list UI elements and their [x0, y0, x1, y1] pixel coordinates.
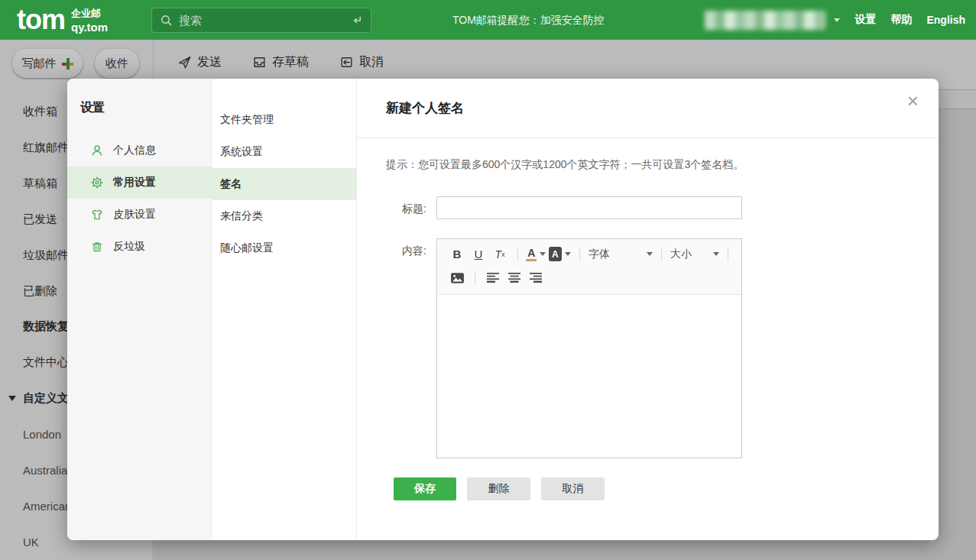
caret-down-icon [540, 252, 546, 256]
app: tom 企业邮 qy.tom TOM邮箱提醒您：加强安全防控 设置 帮助 Eng… [0, 0, 976, 560]
subnav-mail-classification[interactable]: 来信分类 [212, 200, 356, 232]
signature-title-input[interactable] [436, 196, 742, 219]
caret-down-icon [713, 252, 719, 256]
cancel-button[interactable]: 取消 [541, 477, 605, 500]
align-left-icon[interactable] [484, 269, 502, 287]
subnav-signature[interactable]: 签名 [212, 168, 356, 200]
gear-icon [90, 176, 104, 189]
save-button[interactable]: 保存 [394, 477, 456, 500]
clear-format-icon[interactable]: Tx [491, 245, 509, 264]
account-label[interactable] [705, 11, 825, 30]
signature-form: 标题: 内容: B U Tx A [357, 196, 939, 458]
settings-subnav-panel: 文件夹管理 系统设置 签名 来信分类 随心邮设置 [212, 79, 357, 540]
close-icon[interactable]: × [907, 91, 919, 111]
search-box[interactable] [151, 8, 371, 33]
user-icon [90, 144, 104, 157]
image-icon[interactable] [448, 269, 466, 287]
logo-text: tom [17, 3, 65, 37]
signature-panel: 新建个人签名 × 提示：您可设置最多600个汉字或1200个英文字符；一共可设置… [357, 79, 939, 540]
font-select[interactable]: 字体 [589, 248, 653, 261]
panel-header: 新建个人签名 [357, 79, 939, 138]
brand-logo[interactable]: tom 企业邮 qy.tom [17, 3, 108, 37]
top-header: tom 企业邮 qy.tom TOM邮箱提醒您：加强安全防控 设置 帮助 Eng… [0, 0, 976, 40]
shirt-icon [90, 208, 104, 222]
content-row: 内容: B U Tx A [386, 238, 939, 458]
header-right: 设置 帮助 English [705, 0, 965, 40]
nav-anti-spam[interactable]: 反垃圾 [67, 231, 212, 263]
help-link[interactable]: 帮助 [890, 13, 912, 27]
language-link[interactable]: English [926, 14, 965, 26]
font-color-icon[interactable]: A [527, 245, 546, 264]
nav-skin-settings[interactable]: 皮肤设置 [67, 199, 212, 231]
settings-title: 设置 [80, 100, 212, 116]
signature-hint: 提示：您可设置最多600个汉字或1200个英文字符；一共可设置3个签名档。 [386, 158, 939, 172]
nav-common-settings[interactable]: 常用设置 [67, 167, 212, 199]
align-center-icon[interactable] [505, 269, 524, 287]
title-label: 标题: [386, 196, 426, 219]
nav-personal-info[interactable]: 个人信息 [67, 134, 212, 167]
bold-icon[interactable]: B [448, 245, 466, 264]
bg-color-icon[interactable]: A [549, 245, 571, 264]
editor-toolbar: B U Tx A A [437, 239, 741, 295]
account-caret-icon[interactable] [834, 18, 840, 22]
subnav-system-settings[interactable]: 系统设置 [212, 136, 356, 168]
title-row: 标题: [386, 196, 939, 219]
content-label: 内容: [386, 238, 426, 458]
rich-text-editor: B U Tx A A [436, 238, 742, 458]
settings-modal: 设置 个人信息 常用设置 皮肤设置 [67, 79, 939, 540]
align-right-icon[interactable] [527, 269, 545, 287]
trash-icon [90, 240, 104, 254]
subnav-suixin-mail[interactable]: 随心邮设置 [212, 232, 356, 264]
search-icon [160, 14, 173, 27]
caret-down-icon [565, 252, 571, 256]
delete-button[interactable]: 删除 [467, 477, 530, 500]
size-select[interactable]: 大小 [670, 248, 719, 261]
enter-icon [350, 14, 363, 27]
underline-icon[interactable]: U [469, 245, 488, 264]
settings-nav-panel: 设置 个人信息 常用设置 皮肤设置 [67, 79, 212, 540]
security-notice: TOM邮箱提醒您：加强安全防控 [452, 0, 605, 40]
subnav-folder-management[interactable]: 文件夹管理 [212, 104, 356, 136]
panel-title: 新建个人签名 [386, 99, 464, 117]
caret-down-icon [647, 252, 653, 256]
settings-link[interactable]: 设置 [854, 13, 876, 27]
logo-subtitle: 企业邮 qy.tom [71, 7, 108, 34]
action-buttons: 保存 删除 取消 [394, 477, 939, 500]
signature-content-editor[interactable] [437, 295, 741, 458]
search-input[interactable] [179, 14, 350, 27]
